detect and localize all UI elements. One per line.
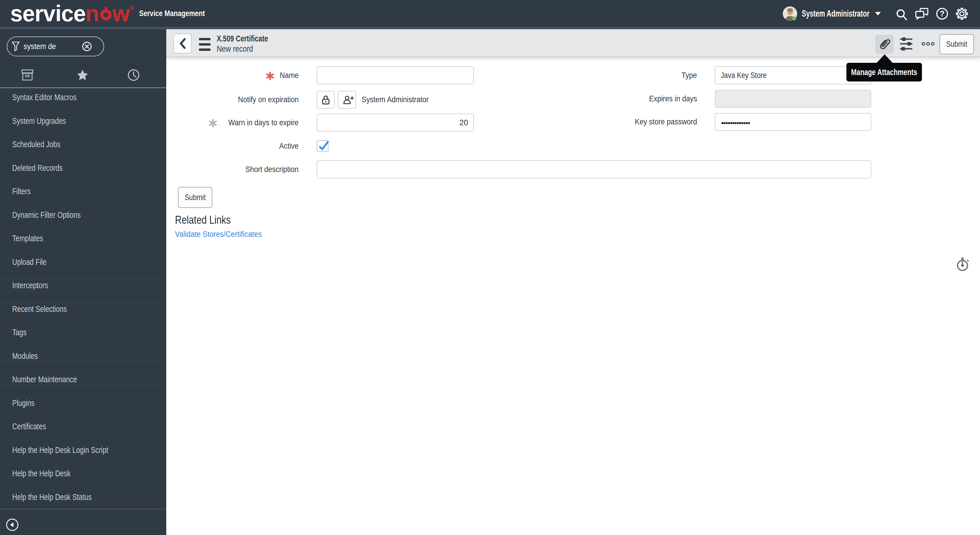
svg-text:?: ?	[940, 9, 945, 18]
